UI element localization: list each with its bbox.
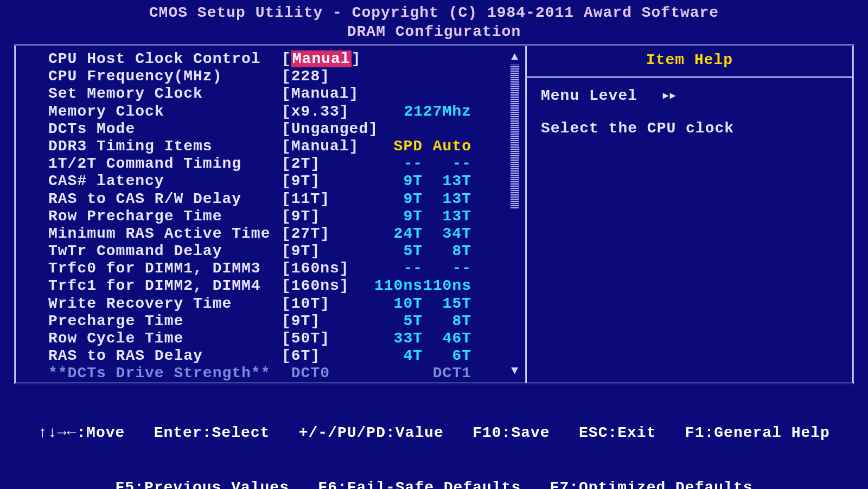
setting-auto: 13T xyxy=(423,173,471,190)
setting-auto: 110ns xyxy=(423,277,471,295)
setting-spd: -- xyxy=(363,155,423,173)
menu-level: Menu Level ▸▸ xyxy=(541,87,838,105)
setting-value[interactable]: [10T] xyxy=(282,295,363,313)
setting-auto: -- xyxy=(423,260,471,277)
setting-spd: 5T xyxy=(363,313,423,330)
setting-value[interactable]: [9T] xyxy=(282,173,363,190)
setting-label: CPU Frequency(MHz) xyxy=(48,68,282,85)
setting-row[interactable]: Write Recovery Time[10T]10T15T xyxy=(48,295,525,313)
setting-row[interactable]: TwTr Command Delay[9T]5T8T xyxy=(48,243,525,260)
setting-spd: 24T xyxy=(363,225,423,243)
setting-label: 1T/2T Command Timing xyxy=(48,155,282,173)
setting-spd: 9T xyxy=(363,208,423,225)
setting-spd: 5T xyxy=(363,243,423,260)
setting-label: RAS to RAS Delay xyxy=(48,347,282,365)
setting-value[interactable]: [27T] xyxy=(282,225,363,243)
setting-label: Trfc1 for DIMM2, DIMM4 xyxy=(48,277,282,295)
setting-value[interactable]: [Manual] xyxy=(282,138,363,155)
setting-auto: 46T xyxy=(423,330,471,347)
setting-auto: DCT1 xyxy=(423,365,471,382)
help-text: Select the CPU clock xyxy=(541,120,838,137)
setting-value[interactable]: [11T] xyxy=(282,190,363,208)
footer-line-1: ↑↓→←:Move Enter:Select +/-/PU/PD:Value F… xyxy=(11,424,857,442)
setting-row[interactable]: Row Cycle Time[50T]33T46T xyxy=(48,330,525,347)
setting-label: Write Recovery Time xyxy=(48,295,282,313)
help-title: Item Help xyxy=(527,46,852,78)
setting-auto: 8T xyxy=(423,313,471,330)
setting-spd: 9T xyxy=(363,190,423,208)
setting-spd: 9T xyxy=(363,173,423,190)
header: CMOS Setup Utility - Copyright (C) 1984-… xyxy=(11,3,857,41)
setting-value[interactable]: [160ns] xyxy=(282,260,363,277)
setting-auto: 34T xyxy=(423,225,471,243)
setting-row[interactable]: Minimum RAS Active Time[27T]24T34T xyxy=(48,225,525,243)
setting-row[interactable]: Trfc0 for DIMM1, DIMM3[160ns]---- xyxy=(48,260,525,277)
setting-label: Precharge Time xyxy=(48,313,282,330)
setting-value[interactable]: [Unganged] xyxy=(282,120,363,138)
main-box: CPU Host Clock Control[Manual]CPU Freque… xyxy=(14,45,854,384)
setting-auto: -- xyxy=(423,155,471,173)
header-line-2: DRAM Configuration xyxy=(11,22,857,41)
setting-label: Row Precharge Time xyxy=(48,208,282,225)
footer: ↑↓→←:Move Enter:Select +/-/PU/PD:Value F… xyxy=(11,388,857,489)
setting-row[interactable]: Memory Clock[x9.33]2127Mhz xyxy=(48,103,525,120)
setting-value[interactable]: [50T] xyxy=(282,330,363,347)
column-header-spd: SPD xyxy=(363,138,423,155)
setting-label: Set Memory Clock xyxy=(48,85,282,103)
scroll-up-icon[interactable]: ▲ xyxy=(511,52,519,63)
setting-value[interactable]: [160ns] xyxy=(282,277,363,295)
setting-row[interactable]: RAS to CAS R/W Delay[11T]9T13T xyxy=(48,190,525,208)
setting-label: Row Cycle Time xyxy=(48,330,282,347)
setting-row[interactable]: Set Memory Clock[Manual] xyxy=(48,85,525,103)
setting-spd: 4T xyxy=(363,347,423,365)
column-header-auto: Auto xyxy=(423,138,471,155)
setting-row[interactable]: Row Precharge Time[9T]9T13T xyxy=(48,208,525,225)
scroll-track[interactable] xyxy=(510,65,519,364)
scroll-thumb[interactable] xyxy=(510,65,519,208)
setting-value[interactable]: [9T] xyxy=(282,208,363,225)
setting-suffix: 2127Mhz xyxy=(363,103,471,120)
setting-value[interactable]: [x9.33] xyxy=(282,103,363,120)
setting-row[interactable]: RAS to RAS Delay[6T]4T6T xyxy=(48,347,525,365)
setting-value[interactable]: [228] xyxy=(282,68,363,85)
bios-screen: CMOS Setup Utility - Copyright (C) 1984-… xyxy=(0,0,868,489)
setting-label: TwTr Command Delay xyxy=(48,243,282,260)
settings-panel[interactable]: CPU Host Clock Control[Manual]CPU Freque… xyxy=(16,46,527,383)
setting-value[interactable]: [6T] xyxy=(282,347,363,365)
setting-auto: 8T xyxy=(423,243,471,260)
setting-auto: 15T xyxy=(423,295,471,313)
setting-value[interactable]: [9T] xyxy=(282,243,363,260)
menu-level-label: Menu Level xyxy=(541,87,637,104)
header-line-1: CMOS Setup Utility - Copyright (C) 1984-… xyxy=(11,3,857,22)
setting-value[interactable]: [Manual] xyxy=(282,85,363,103)
footer-line-2: F5:Previous Values F6:Fail-Safe Defaults… xyxy=(11,479,857,489)
scrollbar[interactable]: ▲ ▼ xyxy=(509,52,521,377)
setting-label: DDR3 Timing Items xyxy=(48,138,282,155)
setting-spd: 110ns xyxy=(363,277,423,295)
setting-row[interactable]: Trfc1 for DIMM2, DIMM4[160ns]110ns110ns xyxy=(48,277,525,295)
setting-label: CPU Host Clock Control xyxy=(48,50,282,68)
help-panel: Item Help Menu Level ▸▸ Select the CPU c… xyxy=(527,46,852,383)
setting-value[interactable]: [Manual] xyxy=(282,50,363,68)
setting-auto: 13T xyxy=(423,208,471,225)
setting-row[interactable]: DCTs Mode[Unganged] xyxy=(48,120,525,138)
setting-auto: 13T xyxy=(423,190,471,208)
setting-label: **DCTs Drive Strength** xyxy=(48,365,282,382)
setting-value[interactable]: [9T] xyxy=(282,313,363,330)
setting-auto: 6T xyxy=(423,347,471,365)
setting-label: RAS to CAS R/W Delay xyxy=(48,190,282,208)
scroll-down-icon[interactable]: ▼ xyxy=(511,365,519,377)
setting-label: Trfc0 for DIMM1, DIMM3 xyxy=(48,260,282,277)
setting-row[interactable]: DDR3 Timing Items[Manual]SPDAuto xyxy=(48,138,525,155)
menu-level-arrows-icon: ▸▸ xyxy=(661,87,675,104)
setting-value[interactable]: [2T] xyxy=(282,155,363,173)
setting-value: DCT0 xyxy=(282,365,363,382)
setting-row[interactable]: CPU Frequency(MHz)[228] xyxy=(48,68,525,85)
setting-row[interactable]: 1T/2T Command Timing[2T]---- xyxy=(48,155,525,173)
setting-row[interactable]: CPU Host Clock Control[Manual] xyxy=(48,50,525,68)
setting-row[interactable]: Precharge Time[9T]5T8T xyxy=(48,313,525,330)
setting-row: **DCTs Drive Strength** DCT0DCT1 xyxy=(48,365,525,382)
setting-row[interactable]: CAS# latency[9T]9T13T xyxy=(48,173,525,190)
setting-label: Minimum RAS Active Time xyxy=(48,225,282,243)
setting-spd: 10T xyxy=(363,295,423,313)
